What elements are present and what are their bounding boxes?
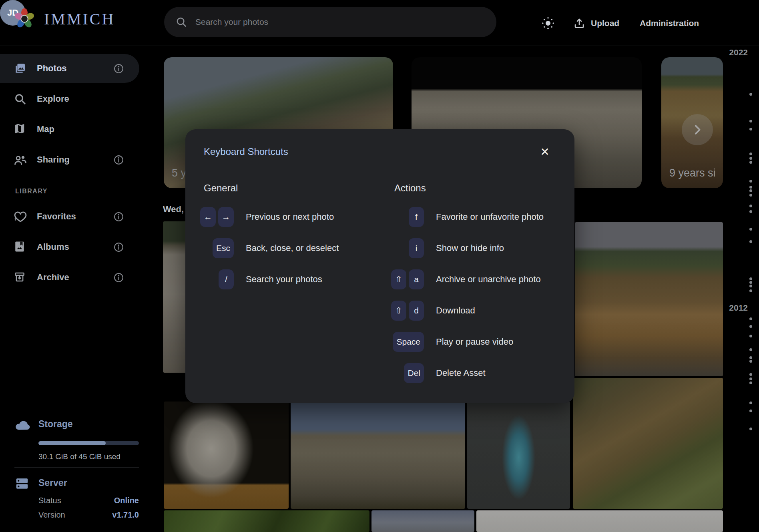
info-icon[interactable] (113, 63, 124, 74)
sidebar: PhotosExploreMapSharing LIBRARY Favorite… (0, 46, 139, 532)
storage-usage-text: 30.1 GiB of 45 GiB used (38, 452, 120, 461)
keycap: → (218, 207, 234, 227)
sidebar-item-favorites[interactable]: Favorites (0, 202, 139, 231)
photo-bluegray-strip[interactable] (371, 510, 474, 532)
shortcut-row: ⇧aArchive or unarchive photo (389, 264, 544, 295)
upload-icon (573, 17, 585, 29)
shortcut-rows: ←→Previous or next photoEscBack, close, … (199, 201, 339, 295)
shortcut-description: Back, close, or deselect (246, 243, 339, 253)
scrubber-dot (749, 410, 752, 412)
library-section-label: LIBRARY (15, 188, 139, 195)
scrubber-dot (749, 335, 752, 337)
memory-canyon[interactable]: 9 years si (661, 57, 723, 188)
chevron-right-icon (691, 123, 704, 137)
scrubber-dot (749, 210, 752, 213)
scrubber-dot (749, 205, 752, 207)
sidebar-item-archive[interactable]: Archive (0, 263, 139, 292)
sidebar-divider (14, 467, 139, 468)
search-bar[interactable] (164, 7, 496, 37)
sidebar-item-map[interactable]: Map (0, 115, 139, 144)
shortcut-section-heading: Actions (394, 183, 426, 194)
memory-next-button[interactable] (682, 114, 713, 145)
sidebar-item-label: Explore (37, 94, 69, 104)
keycap: Del (404, 363, 424, 383)
shortcut-row: DelDelete Asset (389, 357, 544, 389)
scrubber-dot (749, 317, 752, 320)
photo-marble-bust[interactable] (164, 402, 289, 509)
info-icon[interactable] (113, 242, 124, 253)
immich-flower-icon (12, 6, 37, 31)
sharing-icon (14, 153, 26, 166)
shortcut-keys: ⇧a (389, 269, 424, 289)
sidebar-item-label: Sharing (37, 155, 70, 165)
photo-grass-strip[interactable] (164, 510, 369, 532)
keycap: d (409, 301, 424, 321)
status-value: Online (114, 496, 139, 505)
keycap: ⇧ (391, 301, 406, 321)
sidebar-item-label: Archive (37, 272, 69, 283)
sidebar-item-label: Map (37, 124, 54, 135)
scrubber-dot (749, 348, 752, 351)
shortcut-keys: ←→ (199, 207, 234, 227)
heart-icon (14, 210, 26, 223)
immich-logo[interactable]: IMMICH (12, 6, 115, 31)
search-input[interactable] (195, 17, 485, 27)
administration-link[interactable]: Administration (640, 0, 699, 46)
shortcut-keys: Esc (199, 238, 234, 258)
info-icon[interactable] (113, 272, 124, 283)
scrubber-year-top: 2022 (729, 48, 748, 57)
shortcut-row: iShow or hide info (389, 233, 544, 264)
scrubber-dot (749, 285, 752, 287)
photo-fortress-ruins[interactable] (291, 402, 465, 509)
scrubber-dot (749, 186, 752, 189)
sidebar-item-label: Photos (37, 63, 67, 74)
scrubber-dot (749, 360, 752, 363)
memory-label: 9 years si (669, 167, 716, 179)
storage-progress-fill (38, 441, 106, 445)
server-title: Server (38, 478, 67, 488)
map-icon (14, 123, 26, 136)
photo-teacup-tower[interactable] (467, 402, 570, 509)
brand-wordmark: IMMICH (44, 10, 115, 28)
sun-icon (541, 16, 555, 30)
shortcut-row: /Search your photos (199, 264, 339, 295)
scrubber-dot (749, 189, 752, 192)
photo-lizard[interactable] (573, 378, 723, 509)
scrubber-dot (749, 228, 752, 231)
info-icon[interactable] (113, 211, 124, 222)
scrubber-dot (749, 120, 752, 122)
keycap: / (219, 269, 234, 289)
shortcut-description: Search your photos (246, 274, 322, 285)
shortcut-keys: Space (389, 332, 424, 352)
search-icon (175, 16, 187, 28)
app-header: IMMICH Upload Administration JD (0, 0, 759, 46)
photo-eroded-cliff-beach[interactable] (575, 222, 723, 376)
keycap: Esc (213, 238, 234, 258)
shortcut-row: fFavorite or unfavorite photo (389, 201, 544, 233)
shortcut-description: Favorite or unfavorite photo (436, 212, 544, 222)
shortcut-description: Delete Asset (436, 368, 486, 378)
theme-toggle-button[interactable] (539, 0, 557, 46)
keycap: a (409, 269, 424, 289)
close-icon[interactable]: ✕ (537, 144, 553, 160)
sidebar-item-explore[interactable]: Explore (0, 84, 139, 113)
scrubber-dot (749, 325, 752, 328)
sidebar-item-albums[interactable]: Albums (0, 233, 139, 261)
timeline-scrubber[interactable]: 2022 2012 (735, 46, 759, 532)
upload-button[interactable]: Upload (573, 0, 619, 46)
sidebar-item-photos[interactable]: Photos (0, 54, 139, 83)
version-label: Version (38, 510, 65, 520)
shortcut-row: EscBack, close, or deselect (199, 233, 339, 264)
scrubber-dot (749, 194, 752, 197)
storage-progress-bar (38, 441, 139, 445)
version-value: v1.71.0 (112, 510, 139, 520)
photo-concrete-strip[interactable] (476, 510, 723, 532)
photos-icon (14, 62, 26, 75)
keycap: ⇧ (391, 269, 406, 289)
sidebar-nav-library: FavoritesAlbumsArchive (0, 202, 139, 292)
shortcut-row: SpacePlay or pause video (389, 326, 544, 357)
shortcut-section-heading: General (204, 183, 238, 194)
administration-label: Administration (640, 18, 699, 28)
sidebar-item-sharing[interactable]: Sharing (0, 145, 139, 174)
info-icon[interactable] (113, 155, 124, 165)
